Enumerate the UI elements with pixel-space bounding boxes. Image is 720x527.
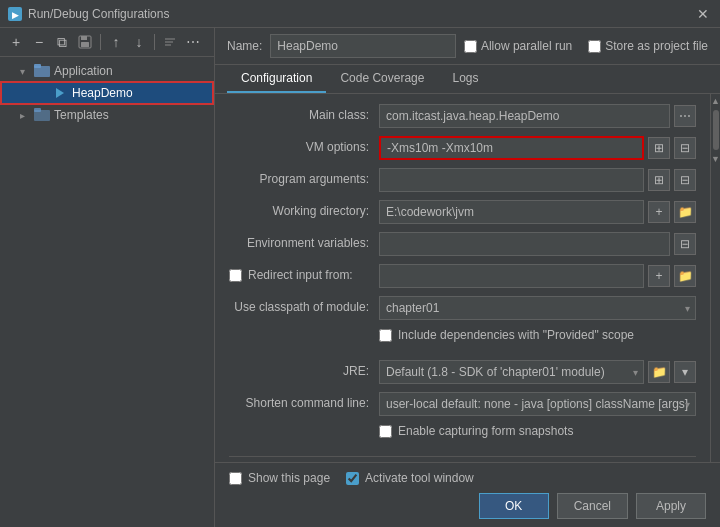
sort-button[interactable] [160,32,180,52]
main-class-label: Main class: [229,104,379,122]
toolbar-separator [100,34,101,50]
tree-item-application[interactable]: ▾ Application [0,61,214,81]
classpath-row: Use classpath of module: chapter01 [229,296,696,320]
env-vars-input[interactable] [379,232,670,256]
shorten-cmd-select[interactable]: user-local default: none - java [options… [379,392,696,416]
include-deps-row: Include dependencies with "Provided" sco… [379,328,696,352]
enable-snapshots-checkbox[interactable] [379,425,392,438]
scroll-down-arrow[interactable]: ▼ [709,152,720,166]
env-vars-control: ⊟ [379,232,696,256]
title-bar: ▶ Run/Debug Configurations ✕ [0,0,720,28]
vm-options-row: VM options: ⊞ ⊟ [229,136,696,160]
tree-item-heapdemo[interactable]: HeapDemo [0,81,214,105]
show-page-checkbox[interactable] [229,472,242,485]
more-options-button[interactable]: ⋯ [183,32,203,52]
move-down-button[interactable]: ↓ [129,32,149,52]
redirect-checkbox-label[interactable]: Redirect input from: [229,268,369,282]
include-deps-checkbox[interactable] [379,329,392,342]
store-as-project-label[interactable]: Store as project file [588,39,708,53]
left-panel: + − ⧉ ↑ ↓ ⋯ [0,28,215,527]
store-as-project-checkbox[interactable] [588,40,601,53]
working-dir-browse-button[interactable]: 📁 [674,201,696,223]
window-icon: ▶ [8,7,22,21]
program-args-row: Program arguments: ⊞ ⊟ [229,168,696,192]
tree-item-templates[interactable]: ▸ Templates [0,105,214,125]
redirect-input-label: Redirect input from: [229,264,379,282]
show-page-label[interactable]: Show this page [229,471,330,485]
right-panel: Name: Allow parallel run Store as projec… [215,28,720,527]
env-vars-browse-button[interactable]: ⊟ [674,233,696,255]
main-class-control: ⋯ [379,104,696,128]
working-dir-input[interactable] [379,200,644,224]
vm-options-control: ⊞ ⊟ [379,136,696,160]
window-title: Run/Debug Configurations [28,7,694,21]
svg-text:▶: ▶ [12,10,19,20]
main-class-input[interactable] [379,104,670,128]
shorten-cmd-label: Shorten command line: [229,392,379,410]
section-separator [229,456,696,457]
redirect-input-control: + 📁 [379,264,696,288]
tree-arrow-templates: ▸ [20,110,34,121]
main-class-browse-button[interactable]: ⋯ [674,105,696,127]
enable-snapshots-label[interactable]: Enable capturing form snapshots [379,424,573,438]
include-deps-label[interactable]: Include dependencies with "Provided" sco… [379,328,634,342]
move-up-button[interactable]: ↑ [106,32,126,52]
enable-snapshots-row: Enable capturing form snapshots [379,424,696,448]
jre-dropdown-button[interactable]: ▾ [674,361,696,383]
working-dir-control: + 📁 [379,200,696,224]
redirect-checkbox[interactable] [229,269,242,282]
activate-tool-label[interactable]: Activate tool window [346,471,474,485]
redirect-add-button[interactable]: + [648,265,670,287]
scroll-up-arrow[interactable]: ▲ [709,94,720,108]
apply-button[interactable]: Apply [636,493,706,519]
scroll-thumb[interactable] [713,110,719,150]
redirect-input-field[interactable] [379,264,644,288]
working-dir-add-button[interactable]: + [648,201,670,223]
name-input[interactable] [270,34,456,58]
program-args-expand-button[interactable]: ⊞ [648,169,670,191]
allow-parallel-label[interactable]: Allow parallel run [464,39,572,53]
tab-code-coverage[interactable]: Code Coverage [326,65,438,93]
program-args-label: Program arguments: [229,168,379,186]
shorten-cmd-select-wrapper: user-local default: none - java [options… [379,392,696,416]
vm-options-expand-button[interactable]: ⊞ [648,137,670,159]
svg-rect-12 [34,108,41,112]
program-args-env-button[interactable]: ⊟ [674,169,696,191]
name-row: Name: Allow parallel run Store as projec… [215,28,720,65]
cancel-button[interactable]: Cancel [557,493,628,519]
classpath-select[interactable]: chapter01 [379,296,696,320]
activate-tool-checkbox[interactable] [346,472,359,485]
svg-marker-10 [56,88,64,98]
close-button[interactable]: ✕ [694,5,712,23]
svg-rect-3 [81,36,87,40]
window-controls: ✕ [694,5,712,23]
save-config-button[interactable] [75,32,95,52]
env-vars-row: Environment variables: ⊟ [229,232,696,256]
tree-arrow-application: ▾ [20,66,34,77]
tree-item-application-label: Application [54,64,113,78]
program-args-input[interactable] [379,168,644,192]
vm-options-env-button[interactable]: ⊟ [674,137,696,159]
redirect-browse-button[interactable]: 📁 [674,265,696,287]
ok-button[interactable]: OK [479,493,549,519]
svg-rect-4 [81,42,89,47]
vm-options-input[interactable] [379,136,644,160]
jre-row: JRE: Default (1.8 - SDK of 'chapter01' m… [229,360,696,384]
config-toolbar: + − ⧉ ↑ ↓ ⋯ [0,28,214,57]
jre-browse-button[interactable]: 📁 [648,361,670,383]
configuration-area: Main class: ⋯ VM options: ⊞ ⊟ [215,94,710,462]
jre-select[interactable]: Default (1.8 - SDK of 'chapter01' module… [379,360,644,384]
working-dir-row: Working directory: + 📁 [229,200,696,224]
tab-configuration[interactable]: Configuration [227,65,326,93]
tab-logs[interactable]: Logs [438,65,492,93]
copy-config-button[interactable]: ⧉ [52,32,72,52]
redirect-input-row: Redirect input from: + 📁 [229,264,696,288]
toolbar-separator-2 [154,34,155,50]
application-folder-icon [34,63,50,79]
classpath-select-wrapper: chapter01 [379,296,696,320]
remove-config-button[interactable]: − [29,32,49,52]
add-config-button[interactable]: + [6,32,26,52]
allow-parallel-checkbox[interactable] [464,40,477,53]
jre-label: JRE: [229,360,379,378]
program-args-control: ⊞ ⊟ [379,168,696,192]
